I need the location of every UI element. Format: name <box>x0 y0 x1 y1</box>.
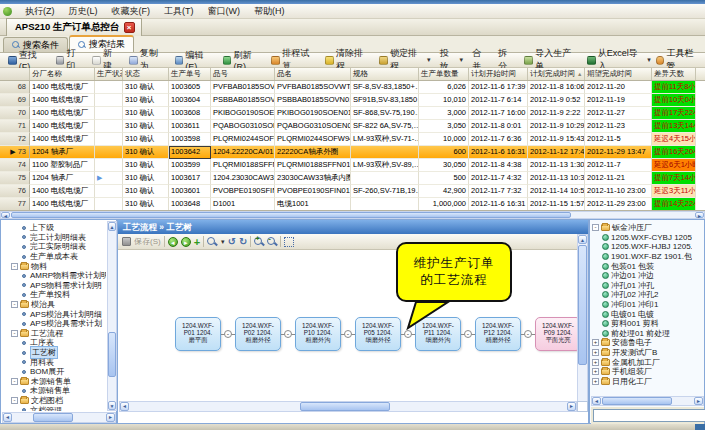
redo-icon[interactable]: ↻ <box>239 237 247 247</box>
table-row[interactable]: 741100 塑胶制品厂310 确认1003599PLQRMI0188SFFN0… <box>0 159 705 172</box>
menu-item[interactable]: 执行(Z) <box>18 5 62 17</box>
column-header-diff[interactable]: 差异天数 <box>652 68 696 80</box>
column-header-spec[interactable]: 规格 <box>351 68 419 80</box>
scrollbar-thumb[interactable] <box>602 397 672 405</box>
scrollbar-thumb[interactable] <box>300 402 390 411</box>
column-header-factory[interactable]: 分厂名称 <box>30 68 95 80</box>
menu-item[interactable]: 帮助(H) <box>247 5 292 17</box>
collapse-icon[interactable]: - <box>11 301 18 308</box>
connector-collapse-icon[interactable]: - <box>404 330 412 338</box>
menu-item[interactable]: 历史(L) <box>62 5 105 17</box>
toolbar-button[interactable]: 投放▾ <box>436 54 467 67</box>
canvas-horizontal-scrollbar[interactable]: ◄ ► <box>119 401 577 412</box>
toolbar-button[interactable]: 导入生产单 <box>520 54 582 67</box>
scroll-left-icon[interactable]: ◄ <box>592 397 601 405</box>
menu-item[interactable]: 收藏夹(F) <box>105 5 158 17</box>
toolbar-button[interactable]: 查找(F) <box>4 54 51 67</box>
toolbar-button[interactable]: 清除排程 <box>321 54 374 67</box>
collapse-icon[interactable]: - <box>11 378 18 385</box>
resource-tree-horizontal-scrollbar[interactable]: ◄ ► <box>591 396 704 406</box>
column-header-finish[interactable]: 计划完成时间▲ <box>528 68 585 80</box>
zoom-select-icon[interactable] <box>207 237 217 247</box>
close-icon[interactable]: × <box>124 22 135 33</box>
table-row[interactable]: 711400 电线电缆厂310 确认1003611PQABOG0310SOEN0… <box>0 120 705 133</box>
process-node[interactable]: 1204.WXF-P02 1204.粗磨外径 <box>235 317 281 351</box>
scrollbar-thumb[interactable] <box>578 245 587 365</box>
scroll-up-icon[interactable]: ▲ <box>108 222 116 231</box>
column-header-status[interactable]: 状态 <box>123 68 169 80</box>
expand-icon[interactable]: + <box>592 359 599 366</box>
tree-item-leaf[interactable]: 文档管理 <box>2 405 106 411</box>
expand-icon[interactable]: + <box>592 339 599 346</box>
column-header-start[interactable]: 计划开始时间 <box>469 68 528 80</box>
scroll-down-icon[interactable]: ▼ <box>108 401 116 410</box>
tree-item-leaf[interactable]: 工艺树 <box>2 348 106 358</box>
fit-view-icon[interactable] <box>284 237 294 247</box>
collapse-icon[interactable]: - <box>11 330 18 337</box>
connector-collapse-icon[interactable]: - <box>284 330 292 338</box>
scroll-left-icon[interactable]: ◄ <box>3 413 12 422</box>
toolbar-button[interactable]: 拆分 <box>494 54 519 67</box>
zoom-out-icon[interactable]: - <box>267 237 277 247</box>
toolbar-button[interactable]: 新建 <box>88 54 124 67</box>
chevron-down-icon[interactable]: ▾ <box>647 56 651 64</box>
toolbar-button[interactable]: 打印 <box>52 54 88 67</box>
expand-icon[interactable]: + <box>592 368 599 375</box>
scroll-right-icon[interactable]: ► <box>694 397 703 405</box>
connector-collapse-icon[interactable]: - <box>524 330 532 338</box>
column-header-prod_status[interactable]: 生产状态 <box>95 68 123 80</box>
process-node[interactable]: 1204.WXF-P09 1204.平面光亮 <box>535 317 577 351</box>
tree-item-folder[interactable]: -工艺流程 <box>2 329 106 339</box>
resource-group[interactable]: +日用化工厂 <box>592 377 692 387</box>
process-node[interactable]: 1204.WXF-P01 1204.磨平面 <box>175 317 221 351</box>
toolbar-button[interactable]: 复制为 <box>125 54 169 67</box>
column-header-order_no[interactable]: 生产单号 <box>169 68 211 80</box>
app-tab[interactable]: APS210 生产订单总控台 × <box>6 18 142 36</box>
table-row[interactable]: 721400 电线电缆厂310 确认1003598PLQRMI0244SOFW9… <box>0 133 705 146</box>
expand-icon[interactable]: + <box>592 378 599 385</box>
report-tree-horizontal-scrollbar[interactable]: ◄ ► <box>2 412 116 423</box>
scroll-left-icon[interactable]: ◄ <box>120 402 129 411</box>
scrollbar-thumb[interactable] <box>33 413 73 422</box>
toolbar-button[interactable]: 编辑(E) <box>171 54 218 67</box>
chevron-down-icon[interactable]: ▾ <box>427 56 431 64</box>
column-header-item_name[interactable]: 品名 <box>275 68 351 80</box>
scrollbar-thumb[interactable] <box>108 332 116 377</box>
connector-collapse-icon[interactable]: - <box>344 330 352 338</box>
table-row[interactable]: 691400 电线电缆厂310 确认1003604PSBBAB0185SOVN0… <box>0 94 705 107</box>
nav-back-icon[interactable]: ◂ <box>168 237 178 247</box>
tree-item-leaf[interactable]: 生产单成本表 <box>2 252 106 262</box>
table-row[interactable]: 751204 轴承厂▶310 确认10036171204.23030CAW33/… <box>0 172 705 185</box>
table-row[interactable]: ▶731204 轴承厂310 确认10036421204.22220CA/012… <box>0 146 705 159</box>
undo-icon[interactable]: ↺ <box>228 237 236 247</box>
scroll-left-icon[interactable]: ◄ <box>1 212 10 218</box>
chevron-down-icon[interactable]: ▾ <box>221 238 225 246</box>
table-row[interactable]: 761400 电线电缆厂310 确认1003601PVOBPE0190SFIN0… <box>0 185 705 198</box>
chevron-down-icon[interactable]: ▾ <box>460 56 464 64</box>
toolbar-button[interactable]: 排程试算 <box>267 54 320 67</box>
collapse-icon[interactable]: - <box>592 224 599 231</box>
table-row[interactable]: 771400 电线电缆厂310 确认1003648D1001电缆10011,00… <box>0 198 705 211</box>
report-tree-vertical-scrollbar[interactable]: ▲ ▼ <box>107 221 117 411</box>
toolbar-button[interactable]: 刷新(R) <box>219 54 267 67</box>
process-node[interactable]: 1204.WXF-P05 1204.细磨外径 <box>355 317 401 351</box>
scroll-right-icon[interactable]: ► <box>567 402 576 411</box>
scroll-up-icon[interactable]: ▲ <box>578 235 587 244</box>
collapse-icon[interactable]: - <box>11 397 18 404</box>
menu-item[interactable]: 窗口(W) <box>201 5 248 17</box>
scrollbar-thumb[interactable] <box>11 212 571 218</box>
table-horizontal-scrollbar[interactable]: ◄ ► <box>0 211 705 219</box>
add-node-icon[interactable]: + <box>194 237 200 247</box>
process-node[interactable]: 1204.WXF-P12 1204.精磨外径 <box>475 317 521 351</box>
column-header-qty[interactable]: 生产单数量 <box>419 68 469 80</box>
table-row[interactable]: 681400 电线电缆厂310 确认1003605PVFBAB0185SOVWT… <box>0 81 705 94</box>
table-row[interactable]: 701400 电线电缆厂310 确认1003608PKIBOG0190SOEN0… <box>0 107 705 120</box>
find-input[interactable] <box>593 409 705 422</box>
toolbar-button[interactable]: 合并 <box>468 54 493 67</box>
connector-collapse-icon[interactable]: - <box>224 330 232 338</box>
column-header-expect[interactable]: 期望完成时间 <box>585 68 652 80</box>
zoom-in-icon[interactable]: + <box>254 237 264 247</box>
save-button[interactable]: 保存(S) <box>134 236 161 247</box>
canvas-vertical-scrollbar[interactable]: ▲ ▼ <box>577 234 588 412</box>
nav-forward-icon[interactable]: ▸ <box>181 237 191 247</box>
